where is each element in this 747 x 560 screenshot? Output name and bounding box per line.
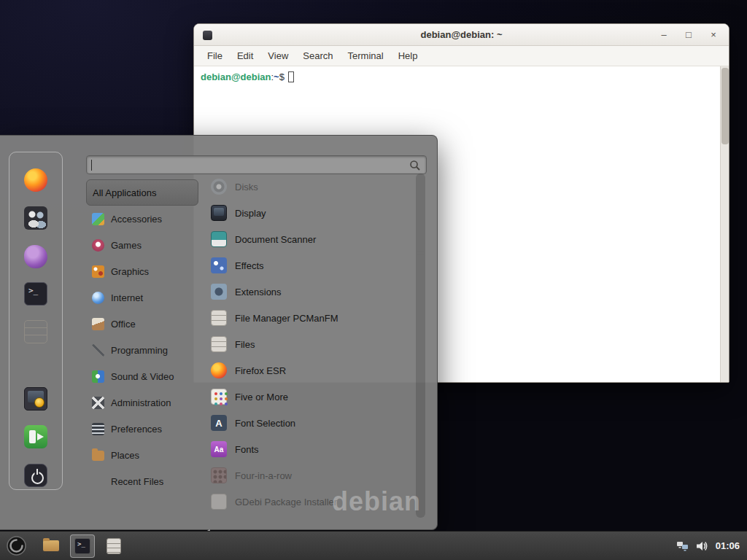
app-fonts[interactable]: AaFonts bbox=[208, 436, 417, 462]
files-taskbar-icon bbox=[107, 538, 121, 554]
display-icon bbox=[211, 205, 227, 221]
menu-button[interactable] bbox=[0, 532, 32, 560]
terminal-title: debian@debian: ~ bbox=[421, 29, 503, 40]
minimize-button[interactable]: – bbox=[657, 24, 670, 46]
menu-logo-icon bbox=[7, 536, 26, 556]
app-disks[interactable]: Disks bbox=[208, 174, 417, 200]
menu-edit[interactable]: Edit bbox=[230, 47, 260, 64]
shutdown-icon[interactable] bbox=[24, 464, 47, 487]
taskbar: >_ 01:06 bbox=[0, 531, 747, 560]
debian-watermark: debian bbox=[332, 486, 421, 517]
application-list: Disks Display Document Scanner Effects E… bbox=[208, 174, 417, 515]
category-graphics[interactable]: Graphics bbox=[86, 258, 198, 284]
terminal-scrollbar-thumb[interactable] bbox=[721, 68, 729, 144]
system-tray: 01:06 bbox=[676, 540, 747, 552]
menu-help[interactable]: Help bbox=[391, 47, 425, 64]
category-places[interactable]: Places bbox=[86, 442, 198, 468]
taskbar-files-button[interactable] bbox=[101, 534, 126, 558]
document-scanner-icon bbox=[211, 231, 227, 247]
app-five-or-more[interactable]: Five or More bbox=[208, 384, 417, 410]
fonts-icon: Aa bbox=[211, 441, 227, 457]
favorites-panel: >_ bbox=[9, 152, 63, 490]
internet-icon bbox=[92, 292, 104, 304]
prompt-symbol: $ bbox=[279, 71, 285, 82]
category-sound-video[interactable]: Sound & Video bbox=[86, 363, 198, 389]
app-display[interactable]: Display bbox=[208, 200, 417, 226]
category-games[interactable]: Games bbox=[86, 232, 198, 258]
app-list-scrollbar-thumb[interactable] bbox=[417, 232, 425, 277]
pcmanfm-icon bbox=[211, 310, 227, 326]
places-icon bbox=[92, 451, 104, 461]
app-four-in-a-row[interactable]: Four-in-a-row bbox=[208, 462, 417, 489]
clock[interactable]: 01:06 bbox=[716, 540, 740, 551]
terminal-scrollbar[interactable] bbox=[720, 66, 729, 382]
app-effects[interactable]: Effects bbox=[208, 252, 417, 279]
menu-file[interactable]: File bbox=[200, 47, 230, 64]
menu-search[interactable]: Search bbox=[295, 47, 340, 64]
app-list-scrollbar[interactable] bbox=[416, 174, 425, 518]
app-font-selection[interactable]: AFont Selection bbox=[208, 410, 417, 436]
category-office[interactable]: Office bbox=[86, 311, 198, 337]
category-list: All Applications Accessories Games Graph… bbox=[86, 179, 198, 494]
terminal-titlebar[interactable]: debian@debian: ~ – □ × bbox=[194, 24, 729, 46]
category-internet[interactable]: Internet bbox=[86, 284, 198, 311]
firefox-esr-icon bbox=[211, 362, 227, 378]
search-input[interactable] bbox=[93, 158, 406, 172]
app-files[interactable]: Files bbox=[208, 331, 417, 357]
sound-video-icon bbox=[92, 370, 104, 383]
category-programming[interactable]: Programming bbox=[86, 337, 198, 363]
terminal-taskbar-icon: >_ bbox=[74, 538, 90, 554]
search-icon bbox=[409, 160, 421, 171]
search-box bbox=[86, 155, 427, 174]
graphics-icon bbox=[92, 265, 104, 278]
folder-icon bbox=[43, 540, 59, 551]
menu-view[interactable]: View bbox=[260, 47, 295, 64]
terminal-launcher-icon[interactable]: >_ bbox=[24, 282, 47, 306]
category-accessories[interactable]: Accessories bbox=[86, 206, 198, 232]
category-all-applications[interactable]: All Applications bbox=[86, 179, 198, 206]
volume-icon[interactable] bbox=[696, 540, 708, 552]
font-selection-icon: A bbox=[211, 415, 227, 431]
gdebi-icon bbox=[211, 494, 227, 510]
users-app-icon[interactable] bbox=[24, 206, 47, 230]
maximize-button[interactable]: □ bbox=[682, 24, 695, 46]
administration-icon bbox=[92, 397, 104, 409]
disks-icon bbox=[211, 179, 227, 195]
category-preferences[interactable]: Preferences bbox=[86, 416, 198, 442]
files-icon bbox=[211, 336, 227, 352]
lock-screen-icon[interactable] bbox=[24, 387, 47, 411]
preferences-icon bbox=[92, 423, 104, 435]
prompt-user-host: debian@debian bbox=[201, 71, 271, 82]
five-or-more-icon bbox=[211, 389, 227, 405]
app-extensions[interactable]: Extensions bbox=[208, 279, 417, 305]
games-icon bbox=[92, 239, 104, 252]
effects-icon bbox=[211, 257, 227, 273]
prompt-path: ~ bbox=[274, 71, 279, 82]
programming-icon bbox=[92, 344, 104, 357]
desktop: debian@debian: ~ – □ × File Edit View Se… bbox=[0, 0, 747, 560]
terminal-menubar: File Edit View Search Terminal Help bbox=[194, 46, 729, 66]
logout-icon[interactable] bbox=[24, 425, 47, 448]
terminal-app-icon bbox=[203, 31, 212, 40]
accessories-icon bbox=[92, 213, 104, 225]
purple-app-icon[interactable] bbox=[24, 245, 47, 268]
extensions-icon bbox=[211, 284, 227, 300]
network-icon[interactable] bbox=[676, 540, 689, 551]
category-administration[interactable]: Administration bbox=[86, 389, 198, 416]
file-manager-icon[interactable] bbox=[24, 320, 47, 343]
firefox-icon[interactable] bbox=[24, 168, 47, 192]
menu-terminal[interactable]: Terminal bbox=[341, 47, 391, 64]
taskbar-terminal-button[interactable]: >_ bbox=[70, 534, 95, 558]
terminal-cursor bbox=[288, 71, 294, 82]
app-firefox-esr[interactable]: Firefox ESR bbox=[208, 357, 417, 384]
taskbar-file-manager-button[interactable] bbox=[39, 534, 63, 558]
app-file-manager-pcmanfm[interactable]: File Manager PCManFM bbox=[208, 305, 417, 331]
text-caret bbox=[91, 160, 92, 171]
close-button[interactable]: × bbox=[707, 24, 720, 46]
office-icon bbox=[92, 318, 104, 330]
four-in-a-row-icon bbox=[211, 467, 227, 483]
category-recent-files[interactable]: Recent Files bbox=[86, 468, 198, 494]
app-document-scanner[interactable]: Document Scanner bbox=[208, 226, 417, 252]
application-menu: >_ All Applications Accessories Games Gr… bbox=[0, 135, 438, 530]
